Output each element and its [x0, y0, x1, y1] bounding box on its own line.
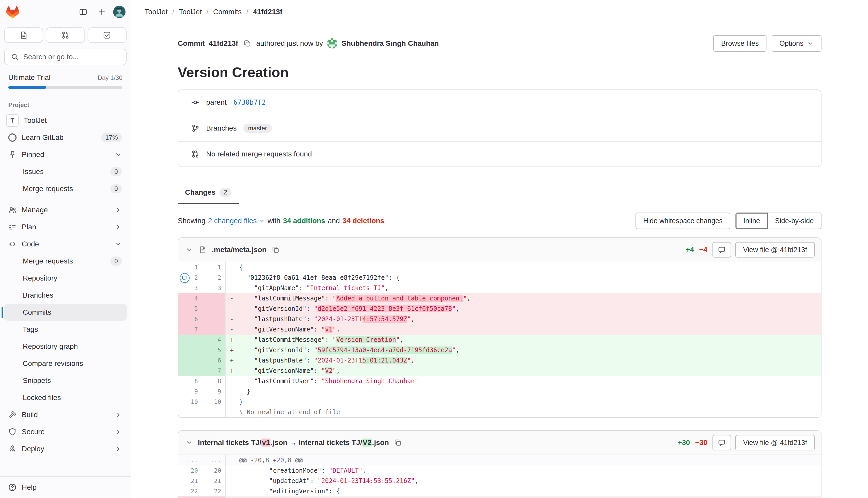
changed-files-dropdown[interactable]: 2 changed files — [208, 217, 265, 225]
view-file-button[interactable]: View file @ 41fd213f — [735, 435, 815, 450]
side-by-side-view-button[interactable]: Side-by-side — [767, 212, 822, 229]
old-line-number[interactable]: 20 — [178, 466, 202, 476]
view-file-button[interactable]: View file @ 41fd213f — [735, 242, 815, 258]
new-line-number[interactable] — [202, 314, 226, 324]
sidebar-item-snippets[interactable]: Snippets — [4, 372, 127, 389]
create-new-button[interactable] — [95, 5, 109, 19]
breadcrumb-separator: / — [172, 8, 174, 16]
new-line-number[interactable]: 4 — [202, 335, 226, 345]
sidebar-item-secure[interactable]: Secure — [4, 423, 127, 440]
new-line-number — [202, 407, 226, 417]
new-line-number[interactable] — [202, 496, 226, 498]
new-line-number[interactable]: 6 — [202, 355, 226, 366]
new-line-number[interactable]: 8 — [202, 376, 226, 386]
old-line-number[interactable] — [178, 335, 202, 345]
comment-icon — [718, 439, 725, 447]
browse-files-button[interactable]: Browse files — [713, 35, 767, 52]
add-comment-button[interactable] — [180, 273, 190, 283]
new-line-number[interactable]: 22 — [202, 486, 226, 496]
sidebar-item-pinned-issues[interactable]: Issues 0 — [4, 163, 127, 180]
sidebar-item-plan[interactable]: Plan — [4, 219, 127, 235]
file-deletions: −4 — [699, 246, 708, 254]
search-input[interactable]: Search or go to... — [4, 49, 126, 65]
new-line-number[interactable]: 2 — [202, 273, 226, 283]
options-dropdown-button[interactable]: Options — [772, 35, 822, 52]
collapse-file-button[interactable] — [185, 245, 194, 254]
old-line-number[interactable]: 6 — [178, 314, 202, 324]
new-line-number[interactable]: 1 — [202, 262, 226, 273]
trial-widget[interactable]: Ultimate Trial Day 1/30 — [0, 68, 131, 95]
copy-file-path-button[interactable] — [393, 438, 403, 448]
sidebar-item-project-tooljet[interactable]: T ToolJet — [4, 112, 127, 129]
old-line-number[interactable]: 7 — [178, 324, 202, 335]
old-line-number[interactable] — [178, 366, 202, 376]
old-line-number[interactable]: 23 — [178, 496, 202, 498]
sidebar-item-repository-graph[interactable]: Repository graph — [4, 338, 127, 355]
copy-sha-button[interactable] — [242, 39, 252, 48]
branch-badge[interactable]: master — [243, 123, 272, 133]
old-line-number[interactable]: 4 — [178, 293, 202, 304]
gitlab-logo[interactable] — [6, 6, 19, 18]
new-line-number[interactable]: 10 — [202, 397, 226, 407]
sidebar-toggle-button[interactable] — [76, 5, 91, 19]
chevron-right-icon — [115, 411, 122, 418]
new-line-number[interactable]: 7 — [202, 366, 226, 376]
new-line-number[interactable]: 9 — [202, 386, 226, 397]
new-line-number[interactable] — [202, 324, 226, 335]
new-line-number[interactable]: 5 — [202, 345, 226, 355]
old-line-number[interactable] — [178, 355, 202, 366]
new-line-number[interactable]: 20 — [202, 466, 226, 476]
breadcrumb-item-commits[interactable]: Commits — [213, 8, 242, 16]
diff-row: 7- "gitVersionName": "v1", — [178, 324, 821, 335]
sidebar-item-code[interactable]: Code — [4, 236, 127, 252]
diff-row: 22 "012362f8-0a61-41ef-8eaa-e8f29e7192fe… — [178, 273, 821, 283]
parent-sha-link[interactable]: 6730b7f2 — [233, 99, 266, 106]
sidebar-item-pinned[interactable]: Pinned — [4, 146, 127, 163]
old-line-number[interactable]: 21 — [178, 476, 202, 486]
sidebar-item-manage[interactable]: Manage — [4, 202, 127, 218]
author-name-link[interactable]: Shubhendra Singh Chauhan — [341, 39, 439, 48]
new-line-number[interactable] — [202, 293, 226, 304]
merge-requests-shortcut-button[interactable] — [46, 27, 85, 43]
old-line-number[interactable] — [178, 345, 202, 355]
issues-shortcut-button[interactable] — [4, 27, 43, 43]
breadcrumb-item-group[interactable]: ToolJet — [145, 8, 168, 16]
collapse-file-button[interactable] — [185, 438, 194, 447]
old-line-number[interactable]: 3 — [178, 283, 202, 293]
diff-code-line: "editingVersion": { — [226, 486, 821, 496]
sidebar-item-branches[interactable]: Branches — [4, 287, 127, 304]
old-line-number[interactable]: 10 — [178, 397, 202, 407]
todo-shortcut-button[interactable] — [87, 27, 126, 43]
old-line-number[interactable]: 9 — [178, 386, 202, 397]
sidebar-item-deploy[interactable]: Deploy — [4, 441, 127, 457]
sidebar-item-commits[interactable]: Commits — [4, 304, 127, 320]
sidebar-item-repository[interactable]: Repository — [4, 270, 127, 287]
user-avatar[interactable] — [113, 6, 125, 18]
commit-header: Commit 41fd213f authored just now by Shu… — [178, 34, 822, 53]
sidebar-item-tags[interactable]: Tags — [4, 321, 127, 338]
tab-changes[interactable]: Changes 2 — [178, 182, 239, 204]
sidebar-item-locked-files[interactable]: Locked files — [4, 389, 127, 406]
copy-file-path-button[interactable] — [271, 245, 281, 255]
new-line-number[interactable] — [202, 304, 226, 314]
pin-icon — [8, 150, 16, 159]
old-line-number[interactable]: 8 — [178, 376, 202, 386]
help-icon — [8, 483, 16, 492]
new-line-number[interactable]: 3 — [202, 283, 226, 293]
breadcrumb-item-project[interactable]: ToolJet — [179, 8, 202, 16]
sidebar-item-pinned-merge-requests[interactable]: Merge requests 0 — [4, 181, 127, 197]
toggle-file-comments-button[interactable] — [713, 242, 731, 258]
help-menu[interactable]: Help — [0, 476, 131, 498]
sidebar-item-compare-revisions[interactable]: Compare revisions — [4, 355, 127, 372]
toggle-file-comments-button[interactable] — [713, 435, 731, 450]
inline-view-button[interactable]: Inline — [735, 212, 768, 229]
old-line-number[interactable]: 1 — [178, 262, 202, 273]
sidebar-item-code-merge-requests[interactable]: Merge requests 0 — [4, 253, 127, 270]
sidebar-item-build[interactable]: Build — [4, 406, 127, 423]
old-line-number[interactable]: 5 — [178, 304, 202, 314]
sidebar-item-learn-gitlab[interactable]: Learn GitLab 17% — [4, 129, 127, 146]
new-line-number[interactable]: 21 — [202, 476, 226, 486]
diff-row: 4+ "lastCommitMessage": "Version Creatio… — [178, 335, 821, 345]
old-line-number[interactable]: 22 — [178, 486, 202, 496]
hide-whitespace-button[interactable]: Hide whitespace changes — [636, 212, 731, 229]
